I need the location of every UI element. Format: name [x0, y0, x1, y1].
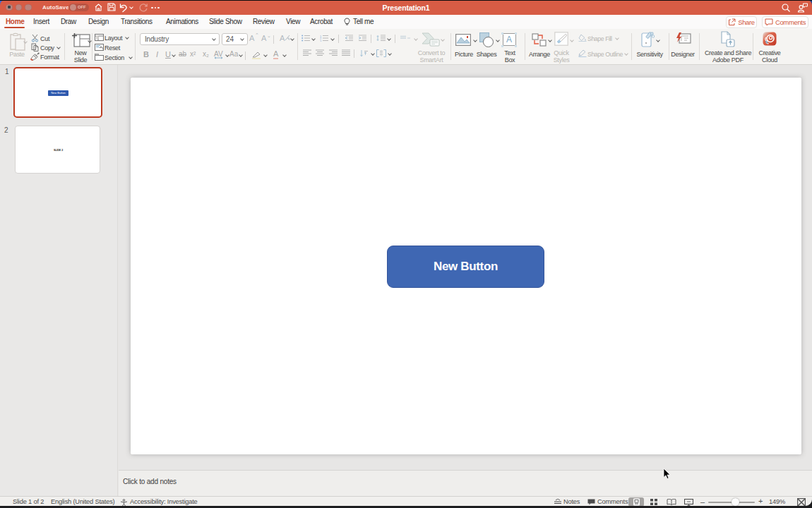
svg-text:3: 3 [320, 40, 322, 42]
